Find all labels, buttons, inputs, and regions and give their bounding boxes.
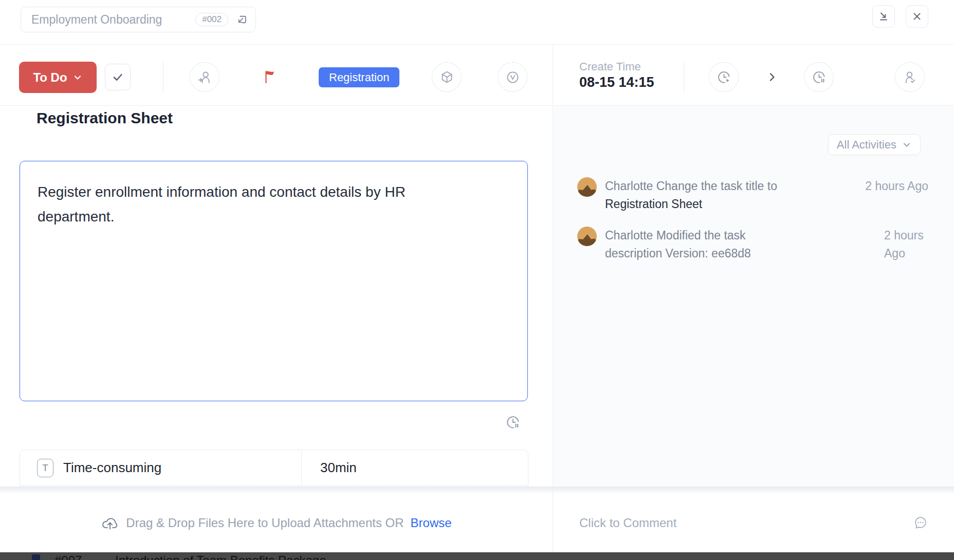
background-row-id: #007 xyxy=(54,553,82,560)
task-nav-pill[interactable]: Employment Onboarding #002 xyxy=(21,7,256,32)
text-field-type-icon: T xyxy=(37,459,53,477)
minimize-button[interactable] xyxy=(872,5,895,28)
task-detail-modal: Employment Onboarding #002 xyxy=(0,0,954,560)
priority-flag-icon[interactable] xyxy=(261,69,278,85)
start-time-button[interactable] xyxy=(709,62,739,92)
check-icon xyxy=(111,70,124,84)
status-label: To Do xyxy=(33,70,67,85)
description-line: department. xyxy=(38,204,510,229)
field-value: 30min xyxy=(320,460,357,476)
background-row-title: Introduction of Team Benefits Package xyxy=(115,553,326,560)
close-icon xyxy=(911,11,923,22)
complete-check-button[interactable] xyxy=(105,64,131,90)
field-label-cell: T Time-consuming xyxy=(20,450,301,486)
field-label: Time-consuming xyxy=(63,460,161,476)
comment-footer: Click to Comment xyxy=(553,493,954,552)
task-nav-title: Employment Onboarding xyxy=(31,13,188,27)
fields-table: T Time-consuming 30min xyxy=(20,450,528,486)
activity-time: 2 hours Ago xyxy=(865,177,928,195)
activity-text: Charlotte Change the task title to Regis… xyxy=(605,177,861,213)
toolbar-right: Create Time 08-15 14:15 xyxy=(553,45,954,106)
activity-item: Charlotte Change the task title to Regis… xyxy=(577,177,928,213)
scroll-fade xyxy=(0,487,954,494)
create-time-value: 08-15 14:15 xyxy=(579,74,654,90)
reviewer-button[interactable] xyxy=(895,62,925,92)
toolbar-divider xyxy=(163,61,163,93)
version-button[interactable] xyxy=(498,62,527,92)
chevron-down-icon xyxy=(72,72,83,83)
activities-filter-label: All Activities xyxy=(837,138,896,152)
field-value-cell[interactable]: 30min xyxy=(301,450,528,486)
topbar-actions xyxy=(872,5,928,28)
cube-icon xyxy=(439,69,455,85)
avatar xyxy=(577,227,597,246)
description-editor[interactable]: Register enrollment information and cont… xyxy=(20,161,528,401)
activity-time: 2 hours Ago xyxy=(884,227,928,263)
tag-badge[interactable]: Registration xyxy=(319,67,399,87)
end-time-button[interactable] xyxy=(804,62,834,92)
task-id-badge: #002 xyxy=(195,13,228,26)
browse-link[interactable]: Browse xyxy=(411,516,452,530)
module-button[interactable] xyxy=(432,62,462,92)
description-line: Register enrollment information and cont… xyxy=(38,180,510,204)
assignee-button[interactable] xyxy=(190,62,219,92)
tag-label: Registration xyxy=(329,71,389,84)
upload-text: Drag & Drop Files Here to Upload Attachm… xyxy=(126,516,403,530)
avatar xyxy=(577,177,597,197)
toolbar: To Do xyxy=(0,45,553,106)
topbar: Employment Onboarding #002 xyxy=(0,0,954,45)
version-v-icon xyxy=(505,69,521,85)
status-dropdown[interactable]: To Do xyxy=(19,62,97,93)
background-task-row: #007 Introduction of Team Benefits Packa… xyxy=(0,552,954,560)
panel-divider xyxy=(553,45,553,560)
field-type-letter: T xyxy=(42,462,48,474)
open-task-icon[interactable] xyxy=(235,13,248,26)
clock-start-icon xyxy=(716,69,732,85)
comment-input[interactable]: Click to Comment xyxy=(579,516,676,530)
chevron-down-icon xyxy=(902,140,912,150)
activities-filter-dropdown[interactable]: All Activities xyxy=(828,134,921,155)
create-time-label: Create Time xyxy=(579,60,641,73)
activity-item: Charlotte Modified the task description … xyxy=(577,227,928,263)
activity-list: Charlotte Change the task title to Regis… xyxy=(577,177,928,276)
activity-panel: All Activities Charlotte Change the task… xyxy=(553,106,954,493)
collapse-icon xyxy=(877,10,890,23)
time-spent-icon[interactable] xyxy=(505,414,521,431)
cloud-upload-icon xyxy=(101,514,119,531)
arrow-right-icon xyxy=(764,69,780,85)
background-row-checkbox xyxy=(32,554,40,560)
task-title[interactable]: Registration Sheet xyxy=(36,109,173,127)
person-add-icon xyxy=(196,69,213,85)
close-button[interactable] xyxy=(906,5,928,28)
main-panel: Registration Sheet Register enrollment i… xyxy=(0,106,553,493)
clock-end-icon xyxy=(811,69,827,85)
upload-dropzone[interactable]: Drag & Drop Files Here to Upload Attachm… xyxy=(0,493,553,552)
person-check-icon xyxy=(902,69,918,85)
comment-bubble-icon[interactable] xyxy=(912,515,929,531)
toolbar-divider xyxy=(684,61,684,93)
activity-text: Charlotte Modified the task description … xyxy=(605,227,880,263)
